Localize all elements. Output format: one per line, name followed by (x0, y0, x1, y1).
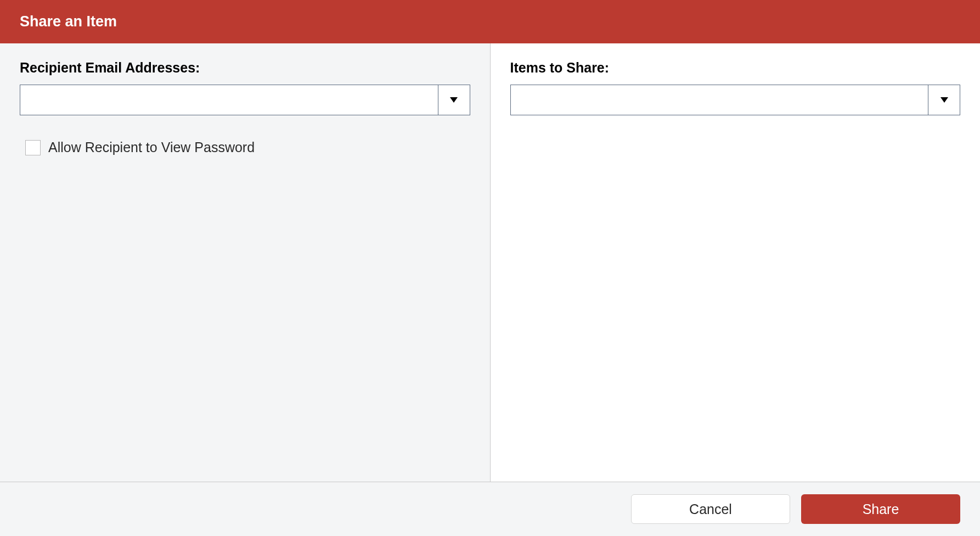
left-panel: Recipient Email Addresses: Allow Recipie… (0, 43, 491, 482)
cancel-button[interactable]: Cancel (631, 494, 790, 524)
recipient-emails-input[interactable] (20, 85, 438, 115)
allow-view-password-checkbox[interactable] (25, 140, 41, 155)
dialog-title: Share an Item (20, 13, 117, 30)
dialog-footer: Cancel Share (0, 482, 980, 536)
recipient-emails-label: Recipient Email Addresses: (20, 60, 470, 76)
dialog-titlebar: Share an Item (0, 0, 980, 43)
recipient-emails-dropdown-toggle[interactable] (438, 85, 470, 115)
share-button[interactable]: Share (801, 494, 960, 524)
right-panel: Items to Share: (491, 43, 981, 482)
items-to-share-combo[interactable] (510, 85, 961, 115)
cancel-button-label: Cancel (689, 501, 732, 517)
caret-down-icon (940, 95, 948, 105)
allow-view-password-row: Allow Recipient to View Password (20, 139, 470, 155)
items-to-share-label: Items to Share: (510, 60, 961, 76)
share-button-label: Share (863, 501, 899, 517)
allow-view-password-label: Allow Recipient to View Password (48, 139, 255, 155)
dialog-content: Recipient Email Addresses: Allow Recipie… (0, 43, 980, 482)
caret-down-icon (450, 95, 458, 105)
items-to-share-dropdown-toggle[interactable] (928, 85, 960, 115)
items-to-share-input[interactable] (511, 85, 928, 115)
recipient-emails-combo[interactable] (20, 85, 470, 115)
